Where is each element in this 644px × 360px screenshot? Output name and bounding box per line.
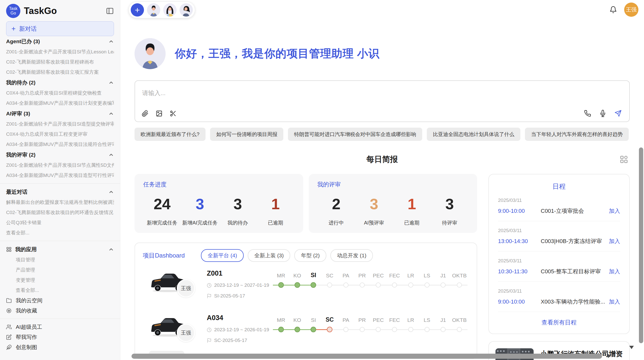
paperclip-icon[interactable] — [142, 110, 149, 117]
milestone[interactable]: FEC — [386, 315, 403, 333]
milestone[interactable]: SC — [321, 271, 338, 288]
horizontal-scrollbar[interactable] — [131, 354, 602, 359]
microphone-icon[interactable] — [599, 110, 606, 117]
project-row[interactable]: 王强 Z001 2023-12-19 ~ 2027-01-19 SI-2025-… — [143, 262, 469, 306]
join-link[interactable]: 加入 — [609, 207, 620, 215]
sidebar-item-cloud-space[interactable]: 我的云空间 — [6, 295, 114, 306]
milestone[interactable]: SI — [305, 315, 322, 333]
suggestion-chip[interactable]: 如何写一份清晰的项目周报 — [210, 128, 283, 141]
project-row[interactable]: 王强 A034 2023-12-19 ~ 2026-01-19 SC-2025-… — [143, 306, 469, 351]
dashboard-filter-tab[interactable]: 年型 (2) — [294, 249, 326, 262]
milestone[interactable]: LS — [419, 271, 435, 288]
join-link[interactable]: 加入 — [609, 298, 620, 306]
sidebar-item[interactable]: C02-飞腾新能源轻客改款项目里程碑画布 — [6, 57, 114, 67]
milestone[interactable]: OKTB — [451, 315, 467, 333]
chat-input[interactable]: 请输入... — [142, 89, 166, 97]
milestone[interactable]: OKTB — [451, 271, 467, 288]
sidebar-section-header[interactable]: 我的评审 (2) — [6, 149, 114, 160]
milestone[interactable]: PR — [354, 271, 370, 288]
new-chat-button[interactable]: + 新对话 — [6, 21, 114, 36]
dashboard-filter-tab[interactable]: 全新上装 (3) — [248, 249, 290, 262]
agent-avatar[interactable] — [163, 3, 177, 17]
write-icon — [6, 334, 12, 340]
milestone[interactable]: SC — [321, 315, 338, 333]
suggestion-chip[interactable]: 当下年轻人对汽车外观有怎样的喜好趋势 — [525, 128, 629, 141]
sidebar-item[interactable]: 解释最新出台的欧盟报废车法规再生塑料比例被调至15%... — [6, 197, 114, 207]
milestone[interactable]: LR — [403, 271, 419, 288]
sidebar-item-favorites[interactable]: 我的收藏 — [6, 306, 114, 316]
suggestion-chip[interactable]: 特朗普可能对进口汽车增税会对中国车企造成哪些影响 — [288, 128, 422, 141]
sidebar-item-ai-employee[interactable]: AI超级员工 — [6, 322, 114, 332]
milestone[interactable]: KO — [289, 271, 305, 288]
sidebar-section-header[interactable]: 我的待办 (2) — [6, 77, 114, 88]
milestone[interactable]: PEC — [370, 315, 387, 333]
send-icon[interactable] — [614, 110, 622, 117]
star-icon — [6, 308, 12, 313]
sidebar-item[interactable]: C0X4-动力总成开发项目SI里程碑提交物检查 — [6, 88, 114, 98]
sidebar-item[interactable]: 产品管理 — [6, 265, 114, 275]
agent-avatar[interactable] — [180, 3, 193, 17]
sidebar-item[interactable]: 变更管理 — [6, 275, 114, 285]
milestone[interactable]: PEC — [370, 271, 387, 288]
vertical-scrollbar[interactable] — [639, 147, 643, 343]
stat-label: 已逾期 — [257, 219, 295, 226]
add-agent-button[interactable]: + — [131, 3, 144, 17]
project-owner-badge: 王强 — [177, 279, 195, 297]
sidebar-item[interactable]: A034-全新新能源MUV产品开发项目法规符合性评审 — [6, 139, 114, 149]
sidebar-item-label: 我的收藏 — [16, 307, 37, 314]
scissors-icon[interactable] — [170, 110, 177, 117]
sidebar-item-help-write[interactable]: 帮我写作 — [6, 332, 114, 342]
milestone[interactable]: MR — [273, 315, 289, 333]
milestone[interactable]: LS — [419, 315, 435, 333]
user-avatar[interactable]: 王强 — [624, 3, 638, 17]
scroll-down-arrow[interactable] — [629, 346, 634, 349]
phone-icon[interactable] — [584, 110, 591, 117]
sidebar-item[interactable]: A034-全新新能源MUV产品开发项目造型可行性评审 — [6, 170, 114, 181]
sidebar-section-label: AI评审 (3) — [6, 110, 30, 117]
image-icon[interactable] — [156, 110, 163, 117]
sidebar-section-header[interactable]: 最近对话 — [6, 187, 114, 197]
milestone[interactable]: PA — [338, 315, 354, 333]
milestone[interactable]: PR — [354, 315, 370, 333]
scroll-right-arrow[interactable] — [608, 354, 611, 358]
milestone[interactable]: MR — [273, 271, 289, 288]
sidebar-item[interactable]: 查看全部... — [6, 228, 114, 238]
sidebar-section-header[interactable]: Agent已办 (3) — [6, 36, 114, 47]
milestone-dot — [343, 282, 348, 288]
dashboard-filter-tab[interactable]: 全新平台 (4) — [201, 249, 244, 262]
suggestion-chip[interactable]: 欧洲新规最近颁布了什么? — [135, 128, 206, 141]
agent-avatar[interactable] — [147, 3, 160, 17]
view-all-schedule-link[interactable]: 查看所有日程 — [498, 312, 620, 332]
milestone[interactable]: J1 — [435, 271, 451, 288]
sidebar-section-header[interactable]: AI评审 (3) — [6, 108, 114, 119]
milestone[interactable]: LR — [403, 315, 419, 333]
milestone[interactable]: KO — [289, 315, 305, 333]
join-link[interactable]: 加入 — [609, 268, 620, 275]
schedule-item: 2025/03/11 10:30-11:30 C005-整车工程目标评审 加入 — [498, 251, 620, 282]
suggestion-chip[interactable]: 比亚迪全固态电池计划具体说了什么 — [427, 128, 520, 141]
sidebar-item-creative-draw[interactable]: 创意制图 — [6, 342, 114, 352]
app-logo-line1: Task — [9, 6, 18, 11]
sidebar-item-my-apps[interactable]: 我的应用 — [6, 244, 114, 255]
dashboard-filter-tab[interactable]: 动总开发 (1) — [330, 249, 373, 262]
notifications-bell-icon[interactable] — [609, 6, 617, 13]
sidebar-item[interactable]: 项目管理 — [6, 255, 114, 265]
milestone-track — [419, 326, 435, 333]
milestone[interactable]: J1 — [435, 315, 451, 333]
sidebar-item[interactable]: 公司Q3轻卡销量 — [6, 218, 114, 228]
sidebar-item[interactable]: 查看全部... — [6, 285, 114, 295]
sidebar-item[interactable]: Z001-全新燃油轻卡产品开发项目SI节点属性5D文件评审 — [6, 160, 114, 170]
milestone[interactable]: PA — [338, 271, 354, 288]
sidebar-item[interactable]: C0X4-动力总成开发项目工程变更评审 — [6, 129, 114, 139]
join-link[interactable]: 加入 — [609, 237, 620, 245]
sidebar-collapse-icon[interactable] — [106, 7, 114, 15]
milestone[interactable]: SI — [305, 271, 322, 288]
sidebar-item[interactable]: Z001-全新燃油轻卡产品开发项目SI造型提交物评审 — [6, 119, 114, 129]
milestone[interactable]: FEC — [386, 271, 403, 288]
sidebar-item[interactable]: C02-飞腾新能源轻客改款项目的闭环通告反馈情况 — [6, 207, 114, 218]
sidebar-item[interactable]: A034-全新新能源MUV产品开发项目计划变更表编写 — [6, 98, 114, 108]
sidebar-item[interactable]: Z001-全新燃油皮卡产品开发项目SI节点Lesson Learn报告 — [6, 47, 114, 57]
sidebar-item[interactable]: C02-飞腾新能源轻客改款项目立项汇报方案 — [6, 67, 114, 77]
layout-grid-icon[interactable] — [620, 155, 628, 164]
chat-input-card[interactable]: 请输入... — [135, 80, 630, 122]
